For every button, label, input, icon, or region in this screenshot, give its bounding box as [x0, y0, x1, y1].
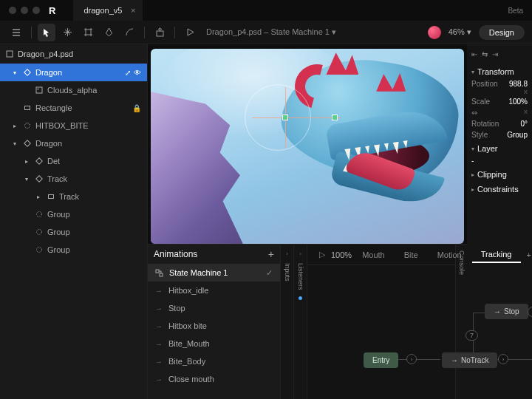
hierarchy-row[interactable]: Clouds_alpha: [0, 81, 147, 99]
transform-tool[interactable]: [58, 24, 76, 41]
node-entry[interactable]: Entry: [364, 352, 398, 368]
svg-point-5: [38, 89, 39, 90]
menu-button[interactable]: [7, 24, 25, 41]
visibility-icon[interactable]: 👁: [134, 69, 141, 77]
export-button[interactable]: [151, 24, 168, 41]
label-rotation: Rotation: [471, 120, 499, 128]
listeners-column[interactable]: › Listeners: [294, 245, 307, 399]
svg-rect-8: [24, 140, 30, 146]
transform-gizmo[interactable]: [245, 84, 333, 151]
hierarchy-row[interactable]: Rectangle🔒: [0, 99, 147, 117]
animation-row[interactable]: →Hitbox bite: [148, 317, 280, 335]
rotation-field[interactable]: 0°: [520, 120, 528, 128]
select-tool[interactable]: [38, 24, 55, 41]
align-right-icon[interactable]: ⇥: [492, 50, 498, 58]
add-tab-button[interactable]: +: [522, 250, 533, 259]
svg-point-7: [25, 123, 30, 129]
tab-motion[interactable]: Motion: [429, 248, 471, 262]
mode-design-button[interactable]: Design: [479, 25, 525, 40]
animations-title: Animations: [154, 249, 197, 259]
caret-icon[interactable]: ▸: [10, 123, 19, 129]
caret-icon[interactable]: ▸: [34, 194, 43, 200]
canvas-viewport[interactable]: [151, 49, 464, 244]
diamond-icon: [34, 175, 44, 183]
group-icon: [34, 228, 44, 236]
add-animation-button[interactable]: +: [268, 248, 274, 260]
tab-mouth[interactable]: Mouth: [353, 248, 394, 262]
document-tab-label: dragon_v5: [83, 6, 122, 15]
lock-icon[interactable]: 🔒: [132, 104, 141, 112]
transition-port[interactable]: ›: [406, 354, 417, 364]
hierarchy-row[interactable]: Group: [0, 205, 147, 223]
svg-rect-16: [160, 273, 163, 276]
animation-row[interactable]: State Machine 1✓: [148, 264, 280, 282]
style-dropdown[interactable]: Group: [507, 131, 528, 139]
hierarchy-row[interactable]: ▾Track: [0, 170, 147, 188]
hierarchy-row[interactable]: ▾Dragon⤢👁: [0, 64, 147, 81]
document-tab[interactable]: dragon_v5 ×: [73, 0, 143, 21]
svg-point-12: [37, 212, 42, 217]
hierarchy-row[interactable]: ▸HITBOX_BITE: [0, 117, 147, 134]
animation-label: Bite_Mouth: [168, 339, 210, 348]
diamond-icon: [22, 69, 33, 76]
hierarchy-row[interactable]: ▸Det: [0, 152, 147, 170]
hierarchy-row[interactable]: Group: [0, 241, 147, 259]
node-notrack[interactable]: → NoTrack: [442, 352, 497, 368]
window-controls[interactable]: [9, 7, 40, 14]
layer-value[interactable]: -: [471, 157, 474, 165]
animation-label: Hitbox bite: [168, 321, 207, 330]
pen-tool[interactable]: [100, 24, 117, 41]
animation-row[interactable]: →Bite_Mouth: [148, 335, 280, 352]
tab-bite[interactable]: Bite: [395, 248, 427, 262]
file-header[interactable]: Dragon_p4.psd: [0, 44, 147, 64]
close-tab-icon[interactable]: ×: [131, 6, 135, 15]
animation-row[interactable]: →Close mouth: [148, 370, 280, 388]
play-button[interactable]: [181, 24, 199, 41]
user-avatar[interactable]: [428, 26, 441, 39]
transition-port[interactable]: ›: [498, 354, 508, 364]
hierarchy-row[interactable]: Group: [0, 223, 147, 241]
label-position: Position: [471, 80, 498, 88]
scale-x-field[interactable]: 100%: [508, 98, 528, 106]
caret-icon[interactable]: ▾: [22, 176, 31, 183]
state-machine-graph[interactable]: ▷ 100% Mouth Bite Motion Tracking + Entr…: [307, 245, 455, 399]
transition-weight[interactable]: 7: [466, 330, 478, 341]
tab-tracking[interactable]: Tracking: [472, 247, 521, 263]
hierarchy-panel: Dragon_p4.psd ▾Dragon⤢👁Clouds_alphaRecta…: [0, 44, 148, 399]
zoom-dropdown[interactable]: 46% ▾: [449, 27, 471, 37]
svg-rect-3: [24, 69, 30, 75]
caret-icon[interactable]: ▾: [10, 69, 19, 76]
link-icon[interactable]: ⤢: [125, 69, 131, 77]
play-icon[interactable]: ▷: [315, 250, 330, 259]
chevron-right-icon: ›: [299, 250, 301, 257]
animation-row[interactable]: →Bite_Body: [148, 352, 280, 370]
align-left-icon[interactable]: ⇤: [471, 50, 477, 58]
breadcrumb[interactable]: Dragon_p4.psd – State Machine 1 ▾: [206, 27, 336, 37]
inputs-column[interactable]: › Inputs: [281, 245, 294, 399]
animations-panel: Animations + State Machine 1✓→Hitbox_idl…: [148, 245, 281, 399]
hierarchy-row[interactable]: ▾Dragon: [0, 134, 147, 152]
animation-label: Bite_Body: [168, 357, 205, 366]
caret-icon[interactable]: ▸: [22, 158, 31, 165]
section-constraints[interactable]: Constraints: [471, 185, 528, 194]
section-transform[interactable]: Transform: [471, 67, 528, 76]
hierarchy-label: Group: [47, 245, 70, 254]
position-x-field[interactable]: 988.8: [509, 80, 528, 88]
hierarchy-label: Group: [47, 228, 70, 236]
console-strip[interactable]: Console: [455, 245, 467, 399]
animation-row[interactable]: →Hitbox_idle: [148, 282, 280, 299]
section-layer[interactable]: Layer: [471, 144, 528, 153]
hierarchy-label: Clouds_alpha: [47, 86, 97, 95]
section-clipping[interactable]: Clipping: [471, 170, 528, 179]
playback-percent[interactable]: 100%: [331, 250, 352, 259]
caret-icon[interactable]: ▾: [10, 140, 19, 147]
align-center-icon[interactable]: ⇆: [482, 50, 488, 58]
link-axes-icon[interactable]: ⇔: [471, 109, 477, 117]
star-icon: [22, 122, 33, 129]
hierarchy-label: Track: [59, 192, 79, 201]
artboard-tool[interactable]: [79, 24, 97, 41]
node-stop[interactable]: → Stop: [485, 304, 528, 319]
hierarchy-row[interactable]: ▸Track: [0, 188, 147, 205]
animation-row[interactable]: →Stop: [148, 299, 280, 317]
shape-tool[interactable]: [120, 24, 138, 41]
